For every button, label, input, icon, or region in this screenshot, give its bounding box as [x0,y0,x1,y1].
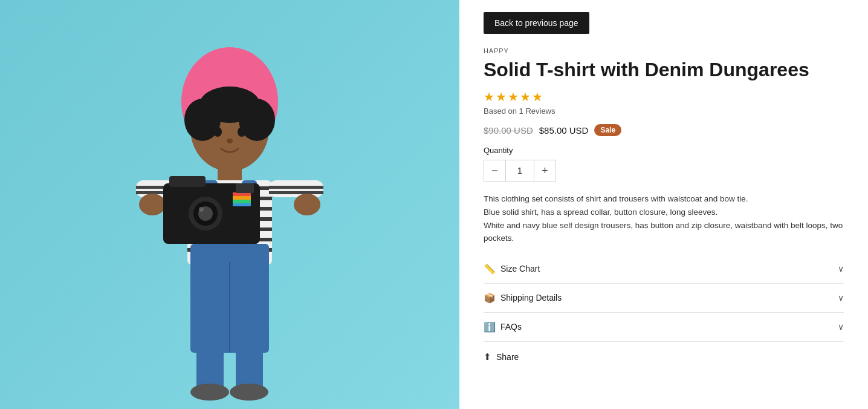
size-chart-icon: 📏 [484,263,496,275]
faqs-header[interactable]: ℹ️ FAQs ∨ [484,313,844,341]
svg-rect-36 [169,176,206,187]
svg-point-7 [238,127,246,137]
product-image [0,0,459,409]
faqs-icon: ℹ️ [484,321,496,333]
svg-rect-22 [269,186,323,189]
svg-point-6 [213,127,222,137]
size-chart-accordion[interactable]: 📏 Size Chart ∨ [484,255,844,284]
faqs-label: FAQs [500,322,522,332]
star-4: ★ [520,90,531,104]
product-title: Solid T-shirt with Denim Dungarees [484,58,844,81]
share-label: Share [496,352,519,362]
svg-point-8 [227,139,233,143]
svg-point-29 [139,194,166,215]
shipping-details-accordion[interactable]: 📦 Shipping Details ∨ [484,284,844,313]
size-chart-header[interactable]: 📏 Size Chart ∨ [484,255,844,283]
quantity-row: − 1 + [484,160,844,182]
shipping-details-chevron-icon: ∨ [838,293,844,303]
quantity-decrement-button[interactable]: − [484,160,505,182]
star-3: ★ [508,90,519,104]
svg-rect-38 [233,196,251,200]
quantity-value: 1 [505,160,534,182]
quantity-label: Quantity [484,146,844,155]
svg-point-44 [190,384,229,401]
product-panel: Back to previous page HAPPY Solid T-shir… [459,0,868,409]
brand-label: HAPPY [484,47,844,54]
svg-rect-40 [233,203,251,206]
svg-rect-41 [236,183,254,193]
size-chart-label: Size Chart [500,264,540,273]
shipping-details-header[interactable]: 📦 Shipping Details ∨ [484,284,844,312]
svg-point-35 [199,207,204,212]
stars-row: ★ ★ ★ ★ ★ [484,90,844,104]
svg-rect-23 [269,191,323,194]
faqs-accordion[interactable]: ℹ️ FAQs ∨ [484,313,844,342]
star-1: ★ [484,90,494,104]
price-row: $90.00 USD $85.00 USD Sale [484,124,844,136]
svg-point-30 [294,194,320,215]
shipping-details-icon: 📦 [484,292,496,304]
product-description: This clothing set consists of shirt and … [484,192,844,244]
size-chart-chevron-icon: ∨ [838,264,844,273]
star-2: ★ [496,90,507,104]
reviews-text: Based on 1 Reviews [484,106,844,116]
faqs-chevron-icon: ∨ [838,322,844,332]
share-icon: ⬆ [484,352,491,362]
svg-rect-39 [233,200,251,203]
shipping-details-label: Shipping Details [500,293,562,303]
product-image-panel [0,0,459,409]
sale-price: $85.00 USD [539,125,589,136]
product-illustration [85,8,375,401]
back-button[interactable]: Back to previous page [484,12,589,34]
svg-point-5 [199,87,260,123]
quantity-increment-button[interactable]: + [534,160,556,182]
star-5: ★ [532,90,543,104]
svg-point-45 [230,384,268,401]
sale-badge: Sale [594,124,621,136]
share-button[interactable]: ⬆ Share [484,342,844,372]
original-price: $90.00 USD [484,125,533,136]
